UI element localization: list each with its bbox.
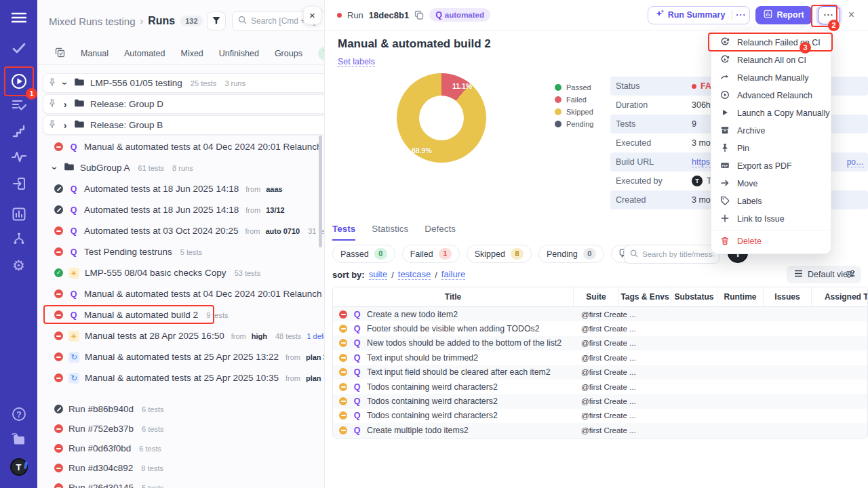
breadcrumb-project[interactable]: Mixed Runs testing — [49, 16, 136, 27]
run-list-item[interactable]: Run #26d301455 tests — [37, 478, 325, 488]
panel-close-button[interactable]: × — [303, 6, 321, 24]
branch-icon[interactable] — [0, 232, 37, 245]
select-all-icon[interactable] — [55, 47, 65, 60]
run-group-card[interactable]: ›Release: Group B — [43, 115, 325, 135]
filter-button[interactable] — [207, 12, 226, 30]
table-row[interactable]: QTodos containing weird characters2@firs… — [333, 409, 867, 423]
column-header-substatus[interactable]: Substatus — [671, 287, 717, 306]
sort-link-suite[interactable]: suite — [369, 269, 387, 280]
run-summary-more-button[interactable]: ··· — [732, 10, 749, 20]
close-icon[interactable]: × — [848, 9, 854, 21]
steps-icon[interactable] — [0, 125, 37, 138]
tab-statistics[interactable]: Statistics — [372, 224, 408, 241]
table-row[interactable]: QCreate multiple todo items2@first Creat… — [333, 423, 867, 437]
menu-item-relaunch-manually[interactable]: Relaunch Manually — [711, 69, 831, 87]
report-button[interactable]: Report — [755, 6, 812, 24]
menu-icon[interactable] — [0, 12, 37, 23]
run-list-item[interactable]: ↻Manual & automated tests at 25 Apr 2025… — [37, 367, 325, 388]
run-list-item[interactable]: ✳Manual tests at 28 Apr 2025 16:50fromhi… — [37, 325, 325, 346]
column-header-assigned-to[interactable]: Assigned To — [811, 287, 868, 306]
run-list-item[interactable]: QTest Pending testruns5 tests — [37, 241, 325, 262]
column-header-suite[interactable]: Suite — [573, 287, 618, 306]
column-header-tags-envs[interactable]: Tags & Envs — [618, 287, 671, 306]
run-list-item[interactable]: Run #752eb37b6 tests — [37, 419, 325, 439]
chip-failed[interactable]: Failed1 — [402, 245, 460, 263]
run-list-item[interactable]: QAutomated tests at 03 Oct 2024 20:25fro… — [37, 220, 325, 241]
menu-item-pin[interactable]: Pin — [711, 140, 831, 157]
table-row[interactable]: QTodos containing weird characters2@firs… — [333, 394, 867, 408]
chevron-right-icon[interactable]: › — [62, 120, 68, 131]
projects-icon[interactable] — [0, 432, 37, 446]
copy-icon[interactable] — [414, 10, 424, 20]
tab-defects[interactable]: Defects — [425, 224, 456, 241]
menu-item-advanced-relaunch[interactable]: Advanced Relaunch — [711, 87, 831, 104]
menu-item-launch-a-copy-manually[interactable]: Launch a Copy Manually — [711, 104, 831, 122]
run-group-card[interactable]: ›LMP-556 01/05 testing25 tests3 runs — [43, 73, 325, 93]
test-list-icon[interactable] — [0, 98, 37, 112]
chip-passed[interactable]: Passed0 — [332, 245, 395, 263]
runs-tab-unfinished[interactable]: Unfinished — [219, 49, 259, 58]
sort-link-failure[interactable]: failure — [441, 269, 465, 280]
run-list-item[interactable]: QAutomated tests at 18 Jun 2025 14:18fro… — [37, 199, 325, 220]
check-icon[interactable] — [0, 42, 37, 54]
legend-dot — [555, 96, 561, 103]
run-list-item[interactable]: ↻Manual & automated tests at 25 Apr 2025… — [37, 346, 325, 367]
run-group-card[interactable]: ›Release: Group D — [43, 94, 325, 114]
column-settings-icon[interactable] — [846, 269, 856, 281]
menu-item-move[interactable]: Move — [711, 175, 831, 192]
run-summary-button[interactable]: Run Summary ··· — [648, 6, 751, 24]
column-header-title[interactable]: Title — [333, 287, 573, 306]
legend-dot — [555, 84, 561, 91]
user-avatar[interactable]: T — [0, 458, 37, 476]
menu-item-link-to-issue[interactable]: Link to Issue — [711, 210, 831, 228]
table-row[interactable]: QFooter should be visible when adding TO… — [333, 321, 867, 336]
table-row[interactable]: QText input should be trimmed2@first Cre… — [333, 350, 867, 365]
scrollbar-thumb[interactable] — [319, 136, 322, 247]
field-value-link-end[interactable]: po… — [847, 157, 864, 167]
settings-icon[interactable]: ⚙ — [0, 258, 37, 274]
chevron-down-icon[interactable]: › — [60, 80, 71, 87]
pulse-icon[interactable] — [0, 150, 37, 163]
run-list-item[interactable]: Run #0d63f0bd6 tests — [37, 439, 325, 458]
run-list-item[interactable]: QManual & automated tests at 04 Dec 2024… — [37, 283, 325, 304]
chip-skipped[interactable]: Skipped8 — [467, 245, 532, 263]
chip-count: 0 — [583, 248, 596, 260]
tab-tests[interactable]: Tests — [332, 224, 355, 241]
set-labels-link[interactable]: Set labels — [338, 57, 375, 67]
sort-link-testcase[interactable]: testcase — [398, 269, 431, 280]
menu-item-labels[interactable]: Labels — [711, 192, 831, 210]
menu-item-relaunch-failed-on-ci[interactable]: Relaunch Failed on CI — [711, 34, 831, 52]
report-icon[interactable] — [0, 207, 37, 221]
runs-tab-automated[interactable]: Automated — [124, 49, 165, 58]
chevron-down-icon[interactable]: › — [50, 165, 60, 171]
table-row[interactable]: QNew todos should be added to the bottom… — [333, 336, 867, 350]
menu-item-archive[interactable]: Archive — [711, 122, 831, 140]
sign-in-icon[interactable] — [0, 177, 37, 190]
run-list-item[interactable]: ✳LMP-555 08/04 basic checks Copy53 tests — [37, 262, 325, 283]
run-list-item[interactable]: QAutomated tests at 18 Jun 2025 14:18fro… — [37, 178, 325, 199]
chip-pending[interactable]: Pending0 — [538, 245, 604, 263]
more-actions-button[interactable]: ··· — [818, 6, 840, 24]
menu-item-export-as-pdf[interactable]: PDFExport as PDF — [711, 157, 831, 175]
tests-search-input[interactable] — [642, 250, 713, 258]
table-row[interactable]: QTodos containing weird characters2@firs… — [333, 380, 867, 394]
run-list-item[interactable]: QManual & automated build 29 tests — [37, 304, 325, 325]
menu-item-delete[interactable]: Delete — [711, 232, 831, 250]
table-row[interactable]: QText input field should be cleared afte… — [333, 365, 867, 380]
help-icon[interactable]: ? — [0, 407, 37, 422]
test-title: Todos containing weird characters2 — [367, 396, 576, 406]
runs-tab-mixed[interactable]: Mixed — [180, 49, 203, 58]
run-group-item[interactable]: ›SubGroup A61 tests8 runs — [37, 157, 325, 178]
menu-item-relaunch-all-on-ci[interactable]: Relaunch All on CI — [711, 52, 831, 69]
column-header-runtime[interactable]: Runtime — [717, 287, 763, 306]
run-list-item[interactable]: Run #b86b940d6 tests — [37, 399, 325, 419]
run-list-item[interactable]: Run #d304c8928 tests — [37, 458, 325, 478]
play-circle-icon[interactable] — [0, 73, 37, 90]
runs-tab-groups[interactable]: Groups — [275, 49, 302, 58]
runs-tab-manual[interactable]: Manual — [81, 49, 108, 58]
table-row[interactable]: QCreate a new todo item2@first Create ..… — [333, 307, 867, 321]
chevron-right-icon[interactable]: › — [62, 99, 68, 110]
column-header-issues[interactable]: Issues — [763, 287, 811, 306]
run-list-item[interactable]: QManual & automated tests at 04 Dec 2024… — [37, 136, 325, 157]
runs-tab-to[interactable]: To — [318, 47, 325, 60]
